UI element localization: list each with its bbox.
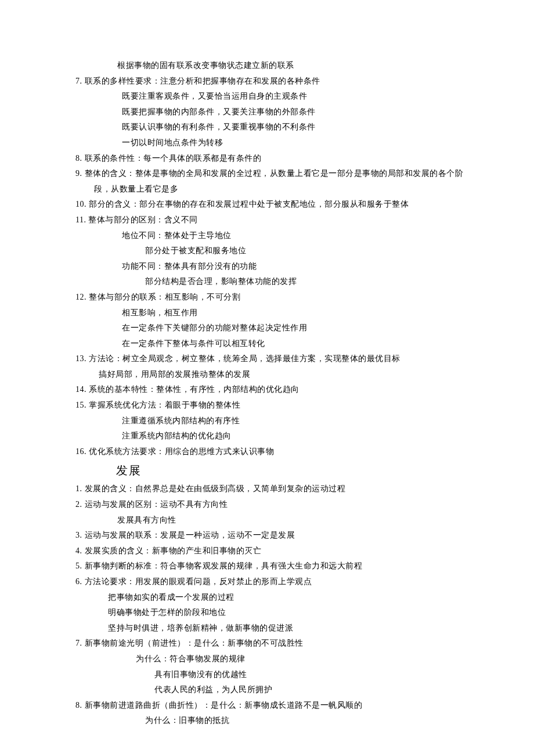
text-line: 坚持与时俱进，培养创新精神，做新事物的促进派 — [75, 621, 470, 636]
text-line: 部分处于被支配和服务地位 — [75, 243, 470, 259]
text-line: 地位不同：整体处于主导地位 — [75, 228, 470, 244]
text-line: 既要注重客观条件，又要恰当运用自身的主观条件 — [75, 89, 470, 105]
text-line: 把事物如实的看成一个发展的过程 — [75, 590, 470, 606]
text-line: 段，从数量上看它是多 — [75, 182, 470, 197]
document-page: 根据事物的固有联系改变事物状态建立新的联系7. 联系的多样性要求：注意分析和把握… — [0, 0, 534, 756]
text-line: 3. 运动与发展的联系：发展是一种运动，运动不一定是发展 — [75, 528, 470, 543]
text-line: 代表人民的利益，为人民所拥护 — [75, 682, 470, 698]
text-line: 5. 新事物判断的标准：符合事物客观发展的规律，具有强大生命力和远大前程 — [75, 559, 470, 574]
text-line: 12. 整体与部分的联系：相互影响，不可分割 — [75, 290, 470, 305]
text-line: 10. 部分的含义：部分在事物的存在和发展过程中处于被支配地位，部分服从和服务于… — [75, 197, 470, 213]
text-line: 注重系统内部结构的优化趋向 — [75, 429, 470, 444]
text-line: 8. 新事物前进道路曲折（曲折性）：是什么：新事物成长道路不是一帆风顺的 — [75, 698, 470, 714]
text-line: 14. 系统的基本特性：整体性，有序性，内部结构的优化趋向 — [75, 382, 470, 398]
text-line: 15. 掌握系统优化方法：着眼于事物的整体性 — [75, 398, 470, 413]
text-line: 根据事物的固有联系改变事物状态建立新的联系 — [75, 58, 470, 74]
text-line: 7. 联系的多样性要求：注意分析和把握事物存在和发展的各种条件 — [75, 74, 470, 89]
text-line: 功能不同：整体具有部分没有的功能 — [75, 259, 470, 275]
text-line: 既要认识事物的有利条件，又要重视事物的不利条件 — [75, 120, 470, 135]
text-line: 既要把握事物的内部条件，又要关注事物的外部条件 — [75, 105, 470, 120]
text-line: 为什么：旧事物的抵抗 — [75, 713, 470, 729]
text-line: 6. 方法论要求：用发展的眼观看问题，反对禁止的形而上学观点 — [75, 574, 470, 590]
text-line: 注重遵循系统内部结构的有序性 — [75, 413, 470, 429]
section-heading: 发展 — [75, 459, 470, 481]
text-line: 一切以时间地点条件为转移 — [75, 135, 470, 151]
text-line: 4. 发展实质的含义：新事物的产生和旧事物的灭亡 — [75, 543, 470, 559]
text-line: 在一定条件下关键部分的功能对整体起决定性作用 — [75, 321, 470, 336]
text-line: 1. 发展的含义：自然界总是处在由低级到高级，又简单到复杂的运动过程 — [75, 481, 470, 497]
text-line: 11. 整体与部分的区别：含义不同 — [75, 213, 470, 228]
text-line: 8. 联系的条件性：每一个具体的联系都是有条件的 — [75, 151, 470, 167]
text-line: 7. 新事物前途光明（前进性）：是什么：新事物的不可战胜性 — [75, 636, 470, 651]
text-line: 具有旧事物没有的优越性 — [75, 667, 470, 683]
text-line: 为什么：符合事物发展的规律 — [75, 651, 470, 667]
text-line: 相互影响，相互作用 — [75, 305, 470, 321]
text-line: 13. 方法论：树立全局观念，树立整体，统筹全局，选择最佳方案，实现整体的最优目… — [75, 351, 470, 367]
text-line: 发展具有方向性 — [75, 513, 470, 528]
text-line: 16. 优化系统方法要求：用综合的思维方式来认识事物 — [75, 444, 470, 460]
text-line: 部分结构是否合理，影响整体功能的发挥 — [75, 274, 470, 290]
text-line: 搞好局部，用局部的发展推动整体的发展 — [75, 367, 470, 383]
text-line: 9. 整体的含义：整体是事物的全局和发展的全过程，从数量上看它是一部分是事物的局… — [75, 166, 470, 182]
text-line: 明确事物处于怎样的阶段和地位 — [75, 605, 470, 621]
text-line: 2. 运动与发展的区别：运动不具有方向性 — [75, 497, 470, 513]
text-line: 在一定条件下整体与条件可以相互转化 — [75, 336, 470, 352]
